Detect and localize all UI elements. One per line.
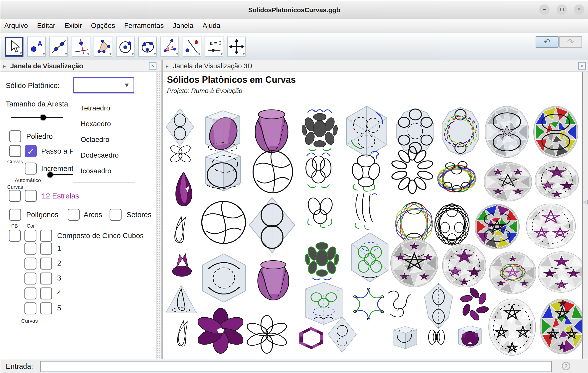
thumb-icosaGreyGreen[interactable] [349,232,391,283]
left-panel-scrollbar[interactable] [156,72,161,359]
thumb-octaGreyBig[interactable] [248,197,296,254]
thumb-purpleTetra[interactable] [167,251,196,280]
thumb-ballSmallPurpleStars[interactable] [488,251,537,295]
thumb-flowerPurple[interactable] [198,306,243,355]
thumb-curvesGreen[interactable] [299,189,341,234]
thumb-swirlBall[interactable] [200,198,247,247]
thumb-cubeGreyCircles[interactable] [197,146,246,197]
thumb-quatrefoil[interactable] [166,141,195,166]
menu-janela[interactable]: Janela [169,19,198,32]
thumb-bipyramidGrey[interactable] [419,282,458,329]
thumb-icosaOutline[interactable] [344,147,388,196]
polygon-tool[interactable]: ▾ [94,37,112,57]
input-help-icon[interactable]: ? [562,362,570,370]
checkbox-cube1-cor[interactable] [40,243,52,255]
thumb-ballDark[interactable] [298,106,341,154]
menu-arquivo[interactable]: Arquivo [0,19,32,32]
thumb-hexPurpleRing[interactable] [296,324,327,352]
checkbox-estrelas-pb[interactable] [9,190,21,202]
thumb-purpleRing[interactable] [458,284,490,324]
thumb-ballPurpleStars[interactable] [483,161,533,202]
menu-ferramentas[interactable]: Ferramentas [120,19,168,32]
checkbox-cube4-pb[interactable] [24,287,36,299]
checkbox-curvas-1[interactable] [9,145,21,157]
thumb-octaGreySmall[interactable] [327,316,358,353]
thumb-hexGreyBig[interactable] [199,253,248,303]
option-hexaedro[interactable]: Hexaedro [73,116,135,132]
increment-slider-thumb[interactable] [47,172,53,178]
panel-arrow-icon[interactable]: ▸ [166,63,168,69]
thumb-ballWhitePurpleStarOutlines[interactable] [525,203,577,250]
point-tool[interactable]: A▾ [27,37,46,57]
checkbox-arcos[interactable] [68,209,80,221]
thumb-flowerBlack[interactable] [246,312,288,356]
checkbox-cube2-pb[interactable] [24,258,36,270]
graphics-3d-view[interactable]: Sólidos Platônicos em Curvas Projeto: Ru… [163,72,588,359]
checkbox-poligonos[interactable] [9,209,21,221]
checkbox-estrelas-cor[interactable] [25,190,37,202]
move-view-tool[interactable]: ▾ [227,37,246,57]
thumb-ballMulticolorStars[interactable] [539,297,586,355]
checkbox-passo[interactable]: ✓ [25,145,37,157]
point-on-line-tool[interactable]: ▾ [183,37,201,57]
line-tool[interactable]: ▾ [49,37,68,57]
close-button[interactable]: × [574,4,584,15]
checkbox-composto[interactable] [40,230,52,242]
thumb-wireColorBall[interactable] [436,158,477,196]
panel-collapse-strip[interactable]: ◁ [582,72,588,359]
slider-tool[interactable]: a = 2▾ [205,37,223,57]
thumb-ballMulticolor[interactable] [533,105,579,159]
undo-button[interactable]: ↶ [536,36,559,48]
right-panel-close-icon[interactable]: × [578,62,586,70]
checkbox-setores[interactable] [110,209,122,221]
move-tool[interactable]: ▾ [5,37,23,57]
thumb-ballStarsGrey[interactable] [484,105,530,159]
checkbox-cube1-pb[interactable] [24,243,36,255]
edge-slider[interactable] [11,117,63,118]
minimize-button[interactable]: − [539,4,550,15]
thumb-teardrop[interactable] [167,214,194,250]
checkbox-composto-cor[interactable] [24,230,36,242]
circle-tool[interactable]: ▾ [116,37,135,57]
thumb-purpleGreyCube[interactable] [453,323,486,352]
thumb-cylPurple[interactable] [252,257,294,302]
thumb-teardrop[interactable] [170,318,196,353]
checkbox-cube4-cor[interactable] [40,287,52,299]
thumb-octaGrey[interactable] [165,107,195,147]
thumb-wireColorGrey[interactable] [439,105,482,158]
conic-tool[interactable]: ▾ [138,37,157,57]
thumb-ballDarkGreen[interactable] [302,235,342,283]
edge-slider-thumb[interactable] [40,115,46,120]
checkbox-cube5-pb[interactable] [24,302,36,314]
checkbox-cube3-pb[interactable] [24,273,36,284]
thumb-ballWhiteBlackStars[interactable] [488,297,537,357]
maximize-button[interactable] [557,4,567,15]
perpendicular-line-tool[interactable]: ▾ [72,37,90,57]
thumb-ballPurpleFacets[interactable] [534,160,580,200]
thumb-ballMulticolorPurple[interactable] [474,203,520,250]
option-octaedro[interactable]: Octaedro [73,132,135,147]
checkbox-poliedro[interactable] [9,130,21,142]
option-tetraedro[interactable]: Tetraedro [73,100,135,116]
checkbox-cube3-cor[interactable] [40,273,52,284]
checkbox-cube2-cor[interactable] [40,258,52,270]
thumb-ellipsePair[interactable] [423,324,450,350]
menu-opcoes[interactable]: Opções [87,19,119,32]
thumb-ellipseRing[interactable] [390,144,435,196]
thumb-cubeGreyCurve[interactable] [388,324,421,352]
option-dodecaedro[interactable]: Dodecaedro [73,147,135,163]
thumb-tetraGrey[interactable] [164,283,198,316]
menu-editar[interactable]: Editar [33,19,59,32]
checkbox-composto-pb[interactable] [9,230,21,242]
thumb-swirlBall[interactable] [251,147,294,196]
checkbox-incremento[interactable] [25,163,37,175]
menu-ajuda[interactable]: Ajuda [199,19,225,32]
entrada-input[interactable] [40,361,552,372]
thumb-curvesBlueGreen[interactable] [297,147,339,194]
panel-arrow-icon[interactable]: ▸ [3,63,6,69]
redo-button[interactable]: ↷ [559,36,582,48]
angle-tool[interactable]: α▾ [160,37,179,57]
checkbox-cube5-cor[interactable] [40,302,52,314]
menu-exibir[interactable]: Exibir [60,19,86,32]
option-icosaedro[interactable]: Icosaedro [73,163,135,179]
